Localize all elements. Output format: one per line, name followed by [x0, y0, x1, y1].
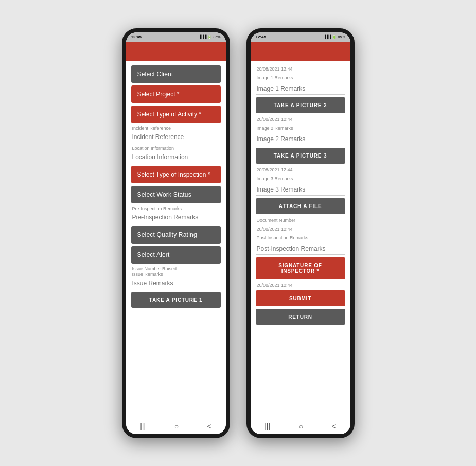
take-picture-3-button[interactable]: TAKE A PICTURE 3	[256, 148, 345, 164]
signal-icon: ▐▐▐	[199, 35, 207, 39]
select-activity-button[interactable]: Select Type of Activity *	[131, 106, 221, 123]
status-bar-right: 12:45 ▐▐▐ 🔋 85%	[251, 32, 350, 42]
pre-inspection-label: Pre-Inspection Remarks	[131, 206, 221, 211]
pre-inspection-group: Pre-Inspection Remarks	[131, 206, 221, 223]
post-inspection-group	[256, 243, 345, 255]
select-quality-button[interactable]: Select Quality Rating	[131, 226, 221, 244]
app-header-right	[251, 42, 350, 61]
post-inspection-input[interactable]	[256, 243, 345, 255]
phone-left: 12:45 ▐▐▐ 🔋 85% Select Client Select Pro…	[122, 28, 230, 438]
phone-right-screen: 12:45 ▐▐▐ 🔋 85% 20/08/2021 12:44 Image 1…	[251, 32, 350, 434]
nav-menu-left[interactable]: |||	[140, 422, 146, 430]
post-inspection-label: Post-Inspection Remarks	[256, 235, 345, 240]
form-right: 20/08/2021 12:44 Image 1 Remarks TAKE A …	[251, 61, 350, 329]
incident-ref-label: Incident Reference	[131, 126, 221, 131]
image3-remarks-label: Image 3 Remarks	[256, 176, 345, 181]
return-button[interactable]: RETURN	[256, 309, 345, 325]
incident-ref-group: Incident Reference	[131, 126, 221, 143]
nav-bar-right: ||| ○ <	[251, 419, 350, 434]
image1-remarks-input[interactable]	[256, 83, 345, 95]
submit-timestamp: 20/08/2021 12:44	[256, 283, 345, 288]
location-input[interactable]	[131, 151, 221, 163]
image1-timestamp: 20/08/2021 12:44	[256, 66, 345, 72]
take-picture-2-button[interactable]: TAKE A PICTURE 2	[256, 97, 345, 113]
status-icons-right: ▐▐▐ 🔋 85%	[324, 35, 345, 39]
issue-remarks-label: Issue Remarks	[131, 272, 221, 277]
nav-home-left[interactable]: ○	[174, 422, 179, 430]
app-header-left	[126, 42, 226, 61]
status-bar-left: 12:45 ▐▐▐ 🔋 85%	[126, 32, 226, 42]
image3-remarks-group	[256, 184, 345, 196]
pre-inspection-input[interactable]	[131, 212, 221, 223]
image1-remarks-group	[256, 83, 345, 95]
select-alert-button[interactable]: Select Alert	[131, 246, 221, 264]
nav-back-right[interactable]: <	[332, 422, 336, 430]
image3-remarks-input[interactable]	[256, 184, 345, 196]
image2-remarks-group	[256, 133, 345, 145]
document-number-label: Document Number	[256, 218, 345, 223]
battery-right: 85%	[338, 35, 345, 39]
signature-button[interactable]: SIGNATURE OF INSPECTOR *	[256, 257, 345, 279]
wifi-icon: 🔋	[207, 35, 212, 39]
select-inspection-button[interactable]: Select Type of Inspection *	[131, 166, 221, 183]
attach-file-button[interactable]: ATTACH A FILE	[256, 198, 345, 214]
submit-button[interactable]: SUBMIT	[256, 290, 345, 306]
battery-left: 85%	[213, 35, 220, 39]
signal-icon-right: ▐▐▐	[324, 35, 331, 39]
nav-back-left[interactable]: <	[207, 422, 211, 430]
select-project-button[interactable]: Select Project *	[131, 85, 221, 103]
form-left: Select Client Select Project * Select Ty…	[126, 61, 226, 312]
status-icons-left: ▐▐▐ 🔋 85%	[199, 35, 221, 39]
image1-remarks-label: Image 1 Remarks	[256, 75, 345, 80]
nav-home-right[interactable]: ○	[299, 422, 303, 430]
phone-left-screen: 12:45 ▐▐▐ 🔋 85% Select Client Select Pro…	[126, 32, 226, 434]
image3-timestamp: 20/08/2021 12:44	[256, 167, 345, 172]
phone-right: 12:45 ▐▐▐ 🔋 85% 20/08/2021 12:44 Image 1…	[246, 28, 355, 438]
issue-remarks-input[interactable]	[131, 278, 221, 289]
select-work-status-button[interactable]: Select Work Status	[131, 186, 221, 203]
take-picture-1-button[interactable]: TAKE A PICTURE 1	[131, 292, 221, 308]
issue-group: Issue Number Raised Issue Remarks	[131, 266, 221, 289]
image2-timestamp: 20/08/2021 12:44	[256, 117, 345, 122]
nav-menu-right[interactable]: |||	[265, 422, 270, 430]
wifi-icon-right: 🔋	[332, 35, 337, 39]
incident-ref-input[interactable]	[131, 131, 221, 143]
location-group: Location Information	[131, 146, 221, 163]
post-inspection-timestamp: 20/08/2021 12:44	[256, 227, 345, 232]
image2-remarks-input[interactable]	[256, 133, 345, 145]
nav-bar-left: ||| ○ <	[126, 419, 226, 434]
select-client-button[interactable]: Select Client	[131, 65, 221, 83]
time-right: 12:45	[256, 34, 266, 39]
scroll-content-left[interactable]: Select Client Select Project * Select Ty…	[126, 61, 226, 419]
issue-number-label: Issue Number Raised	[131, 266, 221, 271]
image2-remarks-label: Image 2 Remarks	[256, 126, 345, 131]
time-left: 12:45	[131, 34, 142, 39]
scroll-content-right[interactable]: 20/08/2021 12:44 Image 1 Remarks TAKE A …	[251, 61, 350, 419]
location-label: Location Information	[131, 146, 221, 151]
